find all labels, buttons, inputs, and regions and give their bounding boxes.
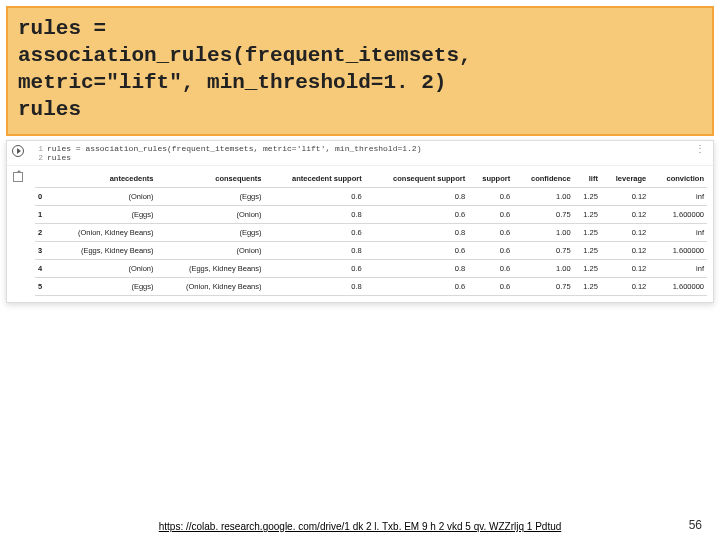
- footer-link-wrap: https: //colab. research.google. com/dri…: [0, 521, 720, 532]
- cell-confidence: 0.75: [513, 205, 573, 223]
- cell-consequents: (Eggs): [156, 223, 264, 241]
- page-number: 56: [689, 518, 702, 532]
- table-row: 4(Onion)(Eggs, Kidney Beans)0.60.80.61.0…: [35, 259, 707, 277]
- cell-support: 0.6: [468, 241, 513, 259]
- cell-consequent-support: 0.8: [365, 223, 469, 241]
- cell-leverage: 0.12: [601, 277, 649, 295]
- cell-leverage: 0.12: [601, 259, 649, 277]
- cell-conviction: 1.600000: [649, 241, 707, 259]
- cell-lift: 1.25: [574, 223, 601, 241]
- dataframe-table: antecedents consequents antecedent suppo…: [35, 170, 707, 296]
- cell-support: 0.6: [468, 223, 513, 241]
- line-number: 1: [33, 144, 43, 153]
- cell-antecedents: (Onion, Kidney Beans): [48, 223, 156, 241]
- cell-confidence: 1.00: [513, 187, 573, 205]
- colab-output-panel: ⋮ 1rules = association_rules(frequent_it…: [6, 140, 714, 303]
- cell-index: 3: [35, 241, 48, 259]
- cell-consequent-support: 0.6: [365, 241, 469, 259]
- cell-antecedent-support: 0.8: [264, 241, 364, 259]
- col-consequents: consequents: [156, 170, 264, 188]
- cell-antecedent-support: 0.6: [264, 259, 364, 277]
- cell-index: 1: [35, 205, 48, 223]
- cell-support: 0.6: [468, 187, 513, 205]
- output-collapse-icon[interactable]: [13, 172, 23, 182]
- cell-output: antecedents consequents antecedent suppo…: [7, 166, 713, 302]
- cell-consequents: (Eggs): [156, 187, 264, 205]
- col-support: support: [468, 170, 513, 188]
- code-line: rules: [18, 97, 702, 124]
- cell-antecedents: (Eggs): [48, 277, 156, 295]
- cell-support: 0.6: [468, 205, 513, 223]
- cell-conviction: inf: [649, 223, 707, 241]
- cell-conviction: 1.600000: [649, 277, 707, 295]
- cell-leverage: 0.12: [601, 187, 649, 205]
- cell-consequents: (Onion, Kidney Beans): [156, 277, 264, 295]
- cell-support: 0.6: [468, 277, 513, 295]
- cell-lift: 1.25: [574, 277, 601, 295]
- table-row: 3(Eggs, Kidney Beans)(Onion)0.80.60.60.7…: [35, 241, 707, 259]
- table-row: 1(Eggs)(Onion)0.80.60.60.751.250.121.600…: [35, 205, 707, 223]
- run-cell-icon[interactable]: [12, 145, 24, 157]
- cell-antecedent-support: 0.6: [264, 187, 364, 205]
- cell-consequents: (Onion): [156, 241, 264, 259]
- col-antecedents: antecedents: [48, 170, 156, 188]
- footer-link[interactable]: https: //colab. research.google. com/dri…: [159, 521, 562, 532]
- cell-leverage: 0.12: [601, 205, 649, 223]
- cell-consequents: (Onion): [156, 205, 264, 223]
- cell-index: 2: [35, 223, 48, 241]
- cell-code-line: rules: [47, 153, 71, 162]
- cell-antecedent-support: 0.6: [264, 223, 364, 241]
- cell-index: 0: [35, 187, 48, 205]
- table-row: 2(Onion, Kidney Beans)(Eggs)0.60.80.61.0…: [35, 223, 707, 241]
- cell-code-line: rules = association_rules(frequent_items…: [47, 144, 421, 153]
- col-index: [35, 170, 48, 188]
- table-row: 5(Eggs)(Onion, Kidney Beans)0.80.60.60.7…: [35, 277, 707, 295]
- cell-index: 4: [35, 259, 48, 277]
- code-line: association_rules(frequent_itemsets,: [18, 43, 702, 70]
- cell-antecedents: (Onion): [48, 259, 156, 277]
- cell-lift: 1.25: [574, 187, 601, 205]
- cell-antecedent-support: 0.8: [264, 205, 364, 223]
- code-excerpt: rules = association_rules(frequent_items…: [6, 6, 714, 136]
- code-line: metric="lift", min_threshold=1. 2): [18, 70, 702, 97]
- cell-consequents: (Eggs, Kidney Beans): [156, 259, 264, 277]
- col-confidence: confidence: [513, 170, 573, 188]
- cell-consequent-support: 0.6: [365, 277, 469, 295]
- cell-lift: 1.25: [574, 205, 601, 223]
- cell-confidence: 1.00: [513, 223, 573, 241]
- cell-menu-icon[interactable]: ⋮: [695, 143, 707, 155]
- table-header-row: antecedents consequents antecedent suppo…: [35, 170, 707, 188]
- col-consequent-support: consequent support: [365, 170, 469, 188]
- cell-conviction: 1.600000: [649, 205, 707, 223]
- cell-lift: 1.25: [574, 259, 601, 277]
- table-row: 0(Onion)(Eggs)0.60.80.61.001.250.12inf: [35, 187, 707, 205]
- cell-consequent-support: 0.6: [365, 205, 469, 223]
- cell-confidence: 1.00: [513, 259, 573, 277]
- col-conviction: conviction: [649, 170, 707, 188]
- cell-antecedents: (Eggs, Kidney Beans): [48, 241, 156, 259]
- cell-lift: 1.25: [574, 241, 601, 259]
- cell-leverage: 0.12: [601, 241, 649, 259]
- cell-antecedent-support: 0.8: [264, 277, 364, 295]
- cell-antecedents: (Eggs): [48, 205, 156, 223]
- cell-confidence: 0.75: [513, 241, 573, 259]
- cell-index: 5: [35, 277, 48, 295]
- col-leverage: leverage: [601, 170, 649, 188]
- line-number: 2: [33, 153, 43, 162]
- code-cell[interactable]: ⋮ 1rules = association_rules(frequent_it…: [7, 141, 713, 166]
- cell-conviction: inf: [649, 259, 707, 277]
- cell-consequent-support: 0.8: [365, 187, 469, 205]
- cell-confidence: 0.75: [513, 277, 573, 295]
- cell-conviction: inf: [649, 187, 707, 205]
- cell-consequent-support: 0.8: [365, 259, 469, 277]
- cell-antecedents: (Onion): [48, 187, 156, 205]
- cell-leverage: 0.12: [601, 223, 649, 241]
- cell-support: 0.6: [468, 259, 513, 277]
- code-line: rules =: [18, 16, 702, 43]
- col-lift: lift: [574, 170, 601, 188]
- col-antecedent-support: antecedent support: [264, 170, 364, 188]
